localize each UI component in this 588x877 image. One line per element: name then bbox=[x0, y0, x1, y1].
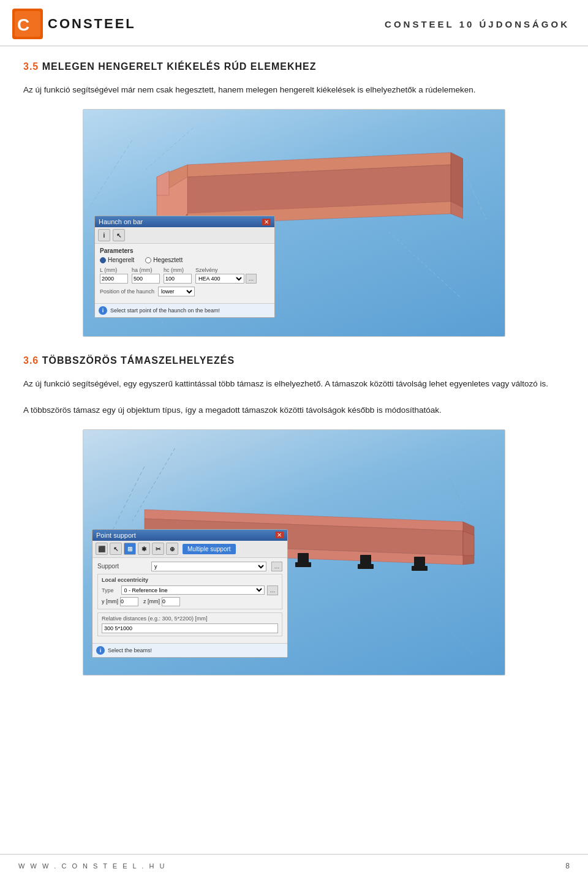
type-row: Type 0 - Reference line … bbox=[102, 585, 278, 595]
section-3-5-title: 3.5 Melegen hengerelt kiékelés rúd eleme… bbox=[23, 61, 565, 72]
dialog-haunch-body: Parameters Hengerelt Hegesztett bbox=[95, 244, 274, 303]
point-tool-1[interactable]: ⬛ bbox=[96, 543, 108, 555]
dialog-point-close[interactable]: ✕ bbox=[275, 532, 284, 538]
field-ha-input[interactable] bbox=[132, 274, 160, 284]
field-hc-input[interactable] bbox=[164, 274, 192, 284]
distances-title: Relative distances (e.g.: 300, 5*2200) [… bbox=[102, 615, 278, 622]
dialog-point-infobar: i Select the beams! bbox=[92, 643, 287, 657]
svg-line-3 bbox=[89, 140, 132, 208]
section-3-6: 3.6 Többszörös támaszelhelyezés Az új fu… bbox=[23, 355, 565, 676]
header-title: CONSTEEL 10 ÚJDONSÁGOK bbox=[385, 19, 570, 29]
radio-hegesztett[interactable]: Hegesztett bbox=[145, 257, 183, 263]
field-hc-label: hc (mm) bbox=[164, 267, 192, 273]
local-ecc-title-label: Local eccentricity bbox=[102, 577, 278, 583]
dialog-haunch-close[interactable]: ✕ bbox=[262, 219, 271, 225]
dimensions-row: L (mm) ha (mm) hc (mm) bbox=[100, 267, 270, 284]
cursor-tool-btn[interactable]: ↖ bbox=[113, 229, 125, 241]
z-label: z [mm] bbox=[143, 598, 160, 604]
dialog-point-titlebar: Point support ✕ bbox=[92, 530, 287, 541]
support-select[interactable]: y bbox=[151, 562, 266, 571]
point-tool-6[interactable]: ⊕ bbox=[166, 543, 178, 555]
dialog-haunch-titlebar: Haunch on bar ✕ bbox=[95, 216, 274, 227]
section-3-5-body: Az új funkció segítségével már nem csak … bbox=[23, 83, 565, 97]
section-3-6-title: 3.6 Többszörös támaszelhelyezés bbox=[23, 355, 565, 366]
svg-marker-16 bbox=[157, 171, 169, 195]
info-tool-btn[interactable]: i bbox=[98, 229, 110, 241]
field-L-input[interactable] bbox=[100, 274, 128, 284]
type-browse-btn[interactable]: … bbox=[267, 585, 278, 595]
radio-hengerelt-circle bbox=[100, 257, 106, 263]
field-hc: hc (mm) bbox=[164, 267, 192, 284]
section-3-6-title-label: Többszörös támaszelhelyezés bbox=[42, 355, 235, 366]
footer-page: 8 bbox=[565, 862, 570, 870]
haunch-info-text: Select start point of the haunch on the … bbox=[110, 307, 220, 314]
scene-haunch-3d: Haunch on bar ✕ i ↖ Parameters bbox=[83, 110, 505, 336]
dialog-point-toolbar: ⬛ ↖ ⊞ ✱ ✂ ⊕ Multiple support bbox=[92, 541, 287, 558]
section-3-5-title-label: Melegen hengerelt kiékelés rúd elemekhez bbox=[42, 61, 317, 72]
logo-area: C CONSTEEL bbox=[12, 9, 136, 39]
logo-text: CONSTEEL bbox=[48, 16, 136, 32]
section-3-5-number: 3.5 bbox=[23, 61, 39, 72]
section-3-5: 3.5 Melegen hengerelt kiékelés rúd eleme… bbox=[23, 61, 565, 337]
distances-input[interactable] bbox=[102, 623, 278, 633]
support-label: Support bbox=[97, 563, 146, 570]
field-L: L (mm) bbox=[100, 267, 128, 284]
dialog-haunch-on-bar: Haunch on bar ✕ i ↖ Parameters bbox=[94, 216, 275, 318]
y-group: y [mm] bbox=[102, 597, 138, 606]
svg-marker-27 bbox=[463, 531, 474, 555]
point-tool-4[interactable]: ✱ bbox=[138, 543, 150, 555]
field-szelveny-label: Szelvény bbox=[195, 267, 257, 273]
svg-rect-35 bbox=[358, 564, 374, 569]
support-browse-btn[interactable]: … bbox=[271, 562, 282, 571]
params-label: Parameters bbox=[100, 247, 270, 254]
type-select[interactable]: 0 - Reference line bbox=[121, 585, 265, 595]
radio-hegesztett-label: Hegesztett bbox=[153, 257, 183, 263]
dialog-point-body: Support y … Local eccentricity Type bbox=[92, 558, 287, 643]
position-row: Position of the haunch lower bbox=[100, 287, 270, 296]
szelveny-browse-btn[interactable]: … bbox=[246, 274, 257, 284]
svg-marker-14 bbox=[451, 152, 463, 208]
radio-hengerelt-label: Hengerelt bbox=[108, 257, 134, 263]
field-szelveny: Szelvény HEA 400 … bbox=[195, 267, 257, 284]
point-tool-2[interactable]: ↖ bbox=[110, 543, 122, 555]
z-group: z [mm] bbox=[143, 597, 180, 606]
y-input[interactable] bbox=[120, 597, 138, 606]
dialog-point-title: Point support bbox=[96, 532, 136, 539]
section-3-6-body1: Az új funkció segítségével, egy egyszerű… bbox=[23, 377, 565, 391]
local-eccentricity-section: Local eccentricity Type 0 - Reference li… bbox=[97, 574, 282, 609]
haunch-info-icon: i bbox=[99, 306, 107, 315]
svg-rect-33 bbox=[295, 562, 311, 567]
point-info-text: Select the beams! bbox=[108, 647, 152, 653]
field-L-label: L (mm) bbox=[100, 267, 128, 273]
svg-text:C: C bbox=[17, 15, 29, 34]
distances-section: Relative distances (e.g.: 300, 5*2200) [… bbox=[97, 612, 282, 636]
dialog-point-support: Point support ✕ ⬛ ↖ ⊞ ✱ ✂ ⊕ Multiple sup… bbox=[92, 529, 288, 658]
field-ha-label: ha (mm) bbox=[132, 267, 160, 273]
radio-hengerelt[interactable]: Hengerelt bbox=[100, 257, 134, 263]
image-haunch: Haunch on bar ✕ i ↖ Parameters bbox=[83, 109, 505, 337]
consteel-logo-icon: C bbox=[12, 9, 43, 39]
position-select[interactable]: lower bbox=[158, 287, 195, 296]
position-label: Position of the haunch bbox=[100, 288, 154, 295]
radio-row: Hengerelt Hegesztett bbox=[100, 257, 270, 263]
type-label: Type bbox=[102, 587, 114, 593]
main-content: 3.5 Melegen hengerelt kiékelés rúd eleme… bbox=[0, 47, 588, 718]
dialog-haunch-infobar: i Select start point of the haunch on th… bbox=[95, 303, 274, 317]
radio-hegesztett-circle bbox=[145, 257, 151, 263]
point-tool-3[interactable]: ⊞ bbox=[124, 543, 136, 555]
yz-values-row: y [mm] z [mm] bbox=[102, 597, 278, 606]
field-ha: ha (mm) bbox=[132, 267, 160, 284]
multiple-support-tab[interactable]: Multiple support bbox=[183, 544, 236, 554]
y-label: y [mm] bbox=[102, 598, 118, 604]
footer-url: W W W . C O N S T E E L . H U bbox=[18, 862, 166, 870]
z-input[interactable] bbox=[162, 597, 180, 606]
scene-support-3d: Point support ✕ ⬛ ↖ ⊞ ✱ ✂ ⊕ Multiple sup… bbox=[83, 430, 505, 675]
section-3-6-body2: A többszörös támasz egy új objektum típu… bbox=[23, 404, 565, 417]
dialog-haunch-title: Haunch on bar bbox=[99, 218, 143, 225]
point-tool-5[interactable]: ✂ bbox=[152, 543, 164, 555]
dialog-haunch-toolbar: i ↖ bbox=[95, 227, 274, 244]
svg-rect-37 bbox=[412, 566, 428, 571]
image-point-support: Point support ✕ ⬛ ↖ ⊞ ✱ ✂ ⊕ Multiple sup… bbox=[83, 429, 505, 676]
field-szelveny-select[interactable]: HEA 400 bbox=[195, 274, 244, 284]
section-3-6-number: 3.6 bbox=[23, 355, 39, 366]
